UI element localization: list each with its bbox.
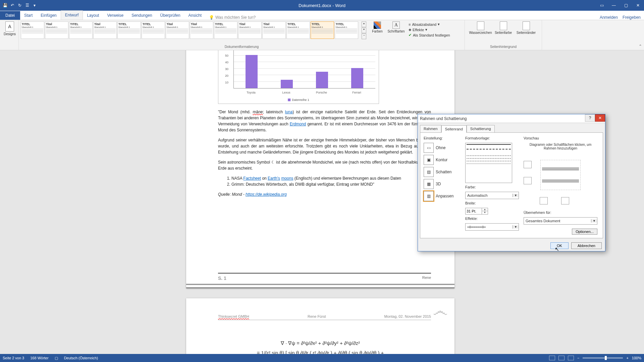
formatting-style-thumb[interactable]: TITELÜberschrift 1 — [117, 21, 141, 39]
setting-none[interactable]: ▭Ohne — [424, 143, 461, 153]
minimize-icon[interactable]: — — [608, 2, 620, 9]
effects-button[interactable]: ◈Effekte▾ — [409, 27, 450, 32]
width-spinner[interactable]: ▲▼ — [465, 208, 519, 215]
share-link[interactable]: Freigeben — [623, 15, 641, 20]
tab-review[interactable]: Überprüfen — [156, 11, 184, 20]
tab-references[interactable]: Verweise — [103, 11, 127, 20]
zoom-slider[interactable] — [583, 357, 623, 359]
formatting-style-thumb[interactable]: TitelÜberschrift 1 — [262, 21, 286, 39]
formatting-style-thumb[interactable]: TITELÜberschrift 1 — [335, 21, 358, 39]
touch-mode-icon[interactable]: ☰ — [24, 2, 30, 8]
close-icon[interactable]: ✕ — [632, 2, 644, 9]
collapse-ribbon-icon[interactable]: ⌃ — [639, 44, 642, 49]
page-color-button[interactable]: Seitenfarbe — [493, 21, 514, 35]
link[interactable]: luna — [285, 110, 293, 114]
gallery-scroll-down[interactable]: ▾ — [362, 27, 366, 33]
tab-start[interactable]: Start — [20, 11, 37, 20]
link[interactable]: Factsheet — [243, 176, 261, 181]
link[interactable]: Earth's — [268, 176, 280, 181]
watermark-button[interactable]: Wasserzeichen — [471, 21, 491, 35]
ok-button[interactable]: OK — [550, 242, 569, 249]
apply-to-dropdown[interactable]: Gesamtes Dokument▼ — [524, 217, 597, 225]
embedded-chart[interactable]: Datenreihe 1 1020304050ToyotaLexusPorsch… — [218, 50, 379, 104]
formatting-style-thumb[interactable]: TitelÜberschrift 1 — [45, 21, 68, 39]
colors-button[interactable]: Farben — [370, 21, 385, 41]
themes-button[interactable]: A Designs — [2, 21, 17, 36]
fonts-button[interactable]: ASchriftarten — [388, 21, 404, 41]
formatting-style-thumb[interactable]: TITELÜberschrift 1 — [286, 21, 310, 39]
setting-custom[interactable]: ▥Anpassen — [424, 191, 461, 201]
dialog-titlebar[interactable]: Rahmen und Schattierung ? ✕ — [418, 114, 605, 123]
style-option[interactable] — [467, 149, 511, 154]
style-option[interactable] — [467, 158, 511, 159]
spin-down-icon[interactable]: ▼ — [482, 211, 488, 214]
formatting-style-thumb[interactable]: TitelÜberschrift 1 — [238, 21, 262, 39]
dialog-close-icon[interactable]: ✕ — [595, 114, 605, 122]
gallery-scroll-up[interactable]: ▴ — [362, 21, 366, 27]
undo-icon[interactable]: ↶ — [9, 2, 15, 8]
toggle-top-border[interactable] — [524, 161, 532, 168]
status-page[interactable]: Seite 2 von 3 — [3, 356, 24, 360]
qat-dropdown-icon[interactable]: ▾ — [32, 2, 38, 8]
source-link[interactable]: https://de.wikipedia.org — [246, 192, 287, 197]
spin-up-icon[interactable]: ▲ — [482, 208, 488, 211]
setting-box[interactable]: ▣Kontur — [424, 155, 461, 165]
tab-insert[interactable]: Einfügen — [37, 11, 60, 20]
width-input[interactable] — [465, 208, 482, 215]
zoom-level[interactable]: 100% — [632, 356, 641, 360]
setting-3d[interactable]: ▦3D — [424, 179, 461, 189]
zoom-thumb[interactable] — [605, 356, 607, 360]
print-layout-icon[interactable] — [558, 356, 565, 360]
status-language[interactable]: Deutsch (Österreich) — [64, 356, 98, 360]
paragraph-spacing-button[interactable]: ≡Absatzabstand▾ — [409, 22, 450, 26]
link[interactable]: Erdmond — [290, 122, 306, 126]
set-default-button[interactable]: ✔Als Standard festlegen — [409, 33, 450, 37]
toggle-left-border[interactable] — [540, 197, 548, 204]
formatting-style-thumb[interactable]: TITELÜberschrift 1 — [21, 21, 44, 39]
tell-me-box[interactable]: 💡Was möchten Sie tun? — [209, 15, 256, 20]
formatting-style-thumb[interactable]: TitelÜberschrift 1 — [190, 21, 213, 39]
cancel-button[interactable]: Abbrechen — [571, 242, 602, 249]
link[interactable]: moons — [281, 176, 293, 181]
dialog-help-icon[interactable]: ? — [585, 114, 595, 122]
dialog-tab-pageborder[interactable]: Seitenrand — [441, 125, 467, 133]
color-dropdown[interactable]: Automatisch▼ — [465, 192, 519, 199]
save-icon[interactable]: 💾 — [2, 2, 8, 8]
options-button[interactable]: Optionen... — [572, 229, 597, 235]
read-mode-icon[interactable] — [549, 356, 555, 360]
web-layout-icon[interactable] — [568, 356, 574, 360]
style-option[interactable] — [467, 161, 511, 162]
style-list[interactable] — [465, 143, 512, 183]
tab-file[interactable]: Datei — [0, 11, 20, 20]
art-dropdown[interactable]: ═◊══════◊═▼ — [465, 223, 519, 231]
formatting-style-thumb[interactable]: TITELÜberschrift 1 — [214, 21, 237, 39]
formatting-style-thumb[interactable]: TITELÜberschrift 1 — [311, 21, 334, 39]
tab-view[interactable]: Ansicht — [184, 11, 206, 20]
tab-layout[interactable]: Layout — [83, 11, 103, 20]
tab-design[interactable]: Entwurf — [61, 10, 83, 20]
zoom-in-icon[interactable]: + — [626, 356, 628, 360]
toggle-right-border[interactable] — [561, 197, 569, 204]
formatting-style-thumb[interactable]: TITELÜberschrift 1 — [69, 21, 93, 39]
zoom-out-icon[interactable]: − — [577, 356, 579, 360]
signin-link[interactable]: Anmelden — [600, 15, 618, 20]
document-body-text[interactable]: "Der Mond (mhd. mâne; lateinisch luna) i… — [218, 109, 431, 201]
formatting-style-thumb[interactable]: TITELÜberschrift 1 — [142, 21, 165, 39]
tab-mailings[interactable]: Sendungen — [127, 11, 156, 20]
gallery-more-icon[interactable]: ⎼ — [362, 34, 366, 39]
chevron-down-icon[interactable]: ▼ — [591, 219, 597, 223]
chevron-down-icon[interactable]: ▼ — [513, 194, 519, 197]
style-option[interactable] — [467, 164, 511, 164]
ribbon-display-icon[interactable]: ▭ — [596, 2, 608, 9]
style-option[interactable] — [467, 144, 511, 149]
dialog-tab-borders[interactable]: Rahmen — [420, 125, 441, 132]
setting-shadow[interactable]: ▤Schatten — [424, 167, 461, 177]
redo-icon[interactable]: ↻ — [17, 2, 23, 8]
chevron-down-icon[interactable]: ▼ — [513, 225, 519, 229]
status-word-count[interactable]: 168 Wörter — [30, 356, 48, 360]
formatting-style-thumb[interactable]: TitelÜberschrift 1 — [93, 21, 117, 39]
dialog-tab-shading[interactable]: Schattierung — [467, 125, 495, 132]
style-option[interactable] — [467, 156, 511, 156]
toggle-bottom-border[interactable] — [524, 177, 532, 184]
formatting-style-thumb[interactable]: TitelÜberschrift 1 — [166, 21, 189, 39]
